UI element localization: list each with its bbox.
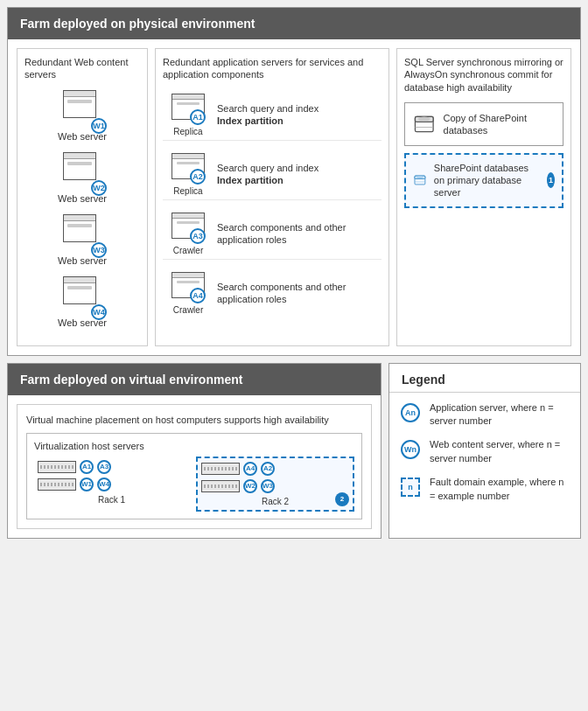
app-desc-a2-line1: Search query and index	[217, 163, 318, 173]
badge-w4: W4	[91, 304, 107, 320]
virtual-inner-title: Virtual machine placement on host comput…	[26, 414, 362, 426]
db-icon-copy	[412, 110, 437, 138]
legend-item-dashed: n Fault domain example, where n = exampl…	[398, 476, 571, 503]
rack1-row1: A1 A3	[38, 460, 186, 474]
app-server-a3: A3 Crawler Search components and other a…	[163, 209, 382, 260]
web-server-1: W1 Web server	[24, 90, 140, 142]
virtual-farm-header: Farm deployed on virtual environment	[8, 364, 381, 395]
app-col-title: Redundant application servers for servic…	[163, 56, 382, 81]
web-server-4: W4 Web server	[24, 276, 140, 328]
legend-text-dashed: Fault domain example, where n = example …	[430, 476, 571, 503]
sql-box-copy: Copy of SharePoint databases	[404, 102, 564, 146]
legend-icon-dashed: n	[398, 477, 423, 497]
svg-point-2	[418, 116, 430, 121]
virtual-farm-section: Farm deployed on virtual environment Vir…	[7, 363, 382, 539]
app-role-a4: Crawler	[173, 305, 203, 315]
rack2-row1: A4 A2	[201, 462, 349, 476]
rack1-server-1	[38, 461, 76, 473]
app-icon-a1: A1 Replica	[166, 94, 210, 136]
sql-col-title: SQL Server synchronous mirroring or Alwa…	[404, 56, 564, 94]
rack2-label: Rack 2	[201, 497, 349, 506]
rack1-badge-a1: A1	[80, 460, 94, 474]
legend-dashed-box: n	[401, 477, 420, 497]
server-icon-w2: W2	[63, 152, 102, 191]
app-icon-a3: A3 Crawler	[166, 213, 210, 255]
db-icon-primary	[413, 166, 427, 194]
rack2-num-badge: 2	[335, 492, 349, 506]
legend-circle-app: An	[401, 403, 420, 422]
rack2-badge-w2: W2	[243, 479, 257, 493]
virtual-inner-box: Virtual machine placement on host comput…	[17, 404, 372, 529]
web-server-3: W3 Web server	[24, 214, 140, 266]
sql-box-primary: SharePoint databases on primary database…	[404, 153, 564, 208]
bottom-row: Farm deployed on virtual environment Vir…	[7, 363, 581, 539]
rack2-badge-a4: A4	[243, 462, 257, 476]
sql-primary-label: SharePoint databases on primary database…	[434, 162, 540, 199]
app-desc-a1-line1: Search query and index	[217, 103, 318, 114]
app-icon-a4: A4 Crawler	[166, 272, 210, 315]
virtual-farm-content: Virtual machine placement on host comput…	[8, 395, 381, 538]
sql-copy-label: Copy of SharePoint databases	[444, 112, 556, 137]
server-icon-w1: W1	[63, 90, 102, 129]
legend-icon-app: An	[398, 403, 423, 422]
rack2-badge-w3: W3	[261, 479, 275, 493]
app-desc-a2: Search query and index Index partition	[217, 162, 318, 187]
app-badge-a4: A4	[190, 288, 206, 303]
rack2-server-1	[201, 463, 240, 475]
physical-farm-header: Farm deployed on physical environment	[8, 8, 580, 39]
web-server-2: W2 Web server	[24, 152, 140, 204]
server-icon-w4: W4	[63, 276, 102, 315]
physical-farm-title: Farm deployed on physical environment	[20, 17, 255, 31]
badge-w3: W3	[91, 242, 107, 258]
server-icon-w3: W3	[63, 214, 102, 253]
app-icon-a2: A2 Replica	[166, 153, 210, 196]
app-role-a1: Replica	[173, 127, 202, 136]
physical-farm-content: Redundant Web content servers W1 Web ser…	[8, 39, 580, 355]
rack-container: Virtualization host servers A1 A3	[26, 433, 362, 519]
rack-2: A4 A2 W2 W3 Rack 2 2	[196, 457, 354, 512]
rack1-badge-w4: W4	[97, 477, 111, 491]
app-desc-a3-line1: Search components and other application …	[217, 222, 346, 245]
main-container: Farm deployed on physical environment Re…	[7, 7, 581, 539]
rack1-label: Rack 1	[38, 495, 186, 505]
racks-row: A1 A3 W1 W4 Rack 1	[34, 457, 354, 512]
app-role-a3: Crawler	[173, 246, 203, 255]
rack-1: A1 A3 W1 W4 Rack 1	[34, 457, 189, 512]
app-column: Redundant application servers for servic…	[155, 48, 389, 346]
legend-title: Legend	[389, 364, 580, 393]
app-desc-a1-line2: Index partition	[217, 115, 284, 126]
rack1-badge-w1: W1	[80, 477, 94, 491]
rack2-server-2	[201, 480, 240, 492]
rack2-badge-a2: A2	[261, 462, 275, 476]
app-badge-a1: A1	[190, 109, 206, 125]
web-col-title: Redundant Web content servers	[24, 56, 140, 81]
app-server-a4: A4 Crawler Search components and other a…	[163, 268, 382, 318]
svg-point-6	[416, 176, 424, 178]
badge-w2: W2	[91, 180, 107, 196]
app-server-a2: A2 Replica Search query and index Index …	[163, 150, 382, 200]
badge-w1: W1	[91, 118, 107, 134]
app-desc-a1: Search query and index Index partition	[217, 102, 318, 128]
rack2-row2: W2 W3	[201, 479, 349, 493]
legend-text-app: Application server, where n = server num…	[430, 401, 571, 429]
web-column: Redundant Web content servers W1 Web ser…	[17, 48, 148, 346]
legend-item-app: An Application server, where n = server …	[398, 401, 571, 429]
legend-text-web: Web content server, where n = server num…	[430, 438, 571, 465]
legend-item-web: Wn Web content server, where n = server …	[398, 438, 571, 465]
app-desc-a4-line1: Search components and other application …	[217, 282, 346, 304]
rack1-badge-a3: A3	[97, 460, 111, 474]
app-role-a2: Replica	[173, 186, 202, 196]
legend-box: Legend An Application server, where n = …	[388, 363, 581, 539]
app-desc-a4: Search components and other application …	[217, 281, 378, 306]
sql-column: SQL Server synchronous mirroring or Alwa…	[396, 48, 571, 346]
legend-content: An Application server, where n = server …	[389, 393, 580, 522]
app-badge-a2: A2	[190, 169, 206, 185]
app-server-a1: A1 Replica Search query and index Index …	[163, 90, 382, 141]
legend-icon-web: Wn	[398, 440, 423, 459]
app-badge-a3: A3	[190, 228, 206, 244]
rack1-server-2	[38, 478, 76, 491]
app-desc-a3: Search components and other application …	[217, 221, 378, 247]
sql-primary-badge: 1	[547, 172, 555, 188]
legend-circle-web: Wn	[401, 440, 420, 459]
app-desc-a2-line2: Index partition	[217, 175, 284, 185]
